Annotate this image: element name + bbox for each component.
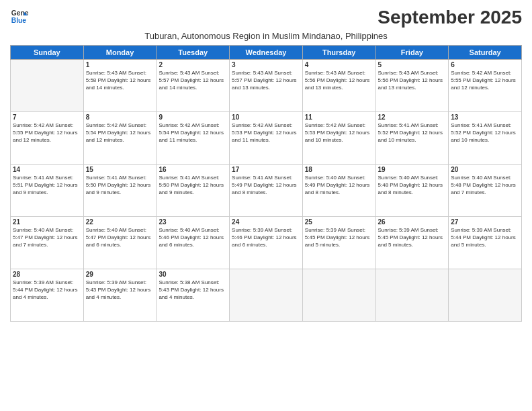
day-number: 23 <box>159 218 227 226</box>
day-info: Sunrise: 5:43 AM Sunset: 5:56 PM Dayligh… <box>305 69 373 92</box>
cell-3-5: 18Sunrise: 5:40 AM Sunset: 5:49 PM Dayli… <box>302 165 375 217</box>
day-info: Sunrise: 5:41 AM Sunset: 5:52 PM Dayligh… <box>378 122 447 144</box>
day-info: Sunrise: 5:42 AM Sunset: 5:55 PM Dayligh… <box>13 122 81 144</box>
day-info: Sunrise: 5:39 AM Sunset: 5:45 PM Dayligh… <box>305 226 373 249</box>
day-info: Sunrise: 5:41 AM Sunset: 5:51 PM Dayligh… <box>13 174 81 197</box>
subtitle: Tuburan, Autonomous Region in Muslim Min… <box>10 31 522 41</box>
cell-5-1: 28Sunrise: 5:39 AM Sunset: 5:44 PM Dayli… <box>11 269 84 322</box>
day-number: 6 <box>451 61 519 68</box>
col-wednesday: Wednesday <box>230 46 303 60</box>
day-info: Sunrise: 5:42 AM Sunset: 5:55 PM Dayligh… <box>451 69 519 92</box>
cell-2-1: 7Sunrise: 5:42 AM Sunset: 5:55 PM Daylig… <box>11 112 84 165</box>
day-info: Sunrise: 5:39 AM Sunset: 5:46 PM Dayligh… <box>232 226 300 249</box>
month-title: September 2025 <box>378 7 522 28</box>
cell-1-3: 2Sunrise: 5:43 AM Sunset: 5:57 PM Daylig… <box>157 60 230 112</box>
week-row-2: 7Sunrise: 5:42 AM Sunset: 5:55 PM Daylig… <box>11 112 522 165</box>
col-thursday: Thursday <box>302 46 375 60</box>
day-number: 7 <box>13 113 81 121</box>
day-info: Sunrise: 5:40 AM Sunset: 5:46 PM Dayligh… <box>159 226 227 249</box>
cell-2-4: 10Sunrise: 5:42 AM Sunset: 5:53 PM Dayli… <box>230 112 303 165</box>
cell-4-1: 21Sunrise: 5:40 AM Sunset: 5:47 PM Dayli… <box>11 217 84 269</box>
day-number: 9 <box>159 113 227 121</box>
day-info: Sunrise: 5:39 AM Sunset: 5:44 PM Dayligh… <box>13 279 81 302</box>
cell-1-5: 4Sunrise: 5:43 AM Sunset: 5:56 PM Daylig… <box>302 60 375 112</box>
day-number: 21 <box>13 218 81 226</box>
day-number: 22 <box>86 218 154 226</box>
day-info: Sunrise: 5:40 AM Sunset: 5:48 PM Dayligh… <box>451 174 519 197</box>
day-info: Sunrise: 5:42 AM Sunset: 5:53 PM Dayligh… <box>305 122 373 144</box>
cell-5-6 <box>375 269 449 322</box>
cell-1-6: 5Sunrise: 5:43 AM Sunset: 5:56 PM Daylig… <box>375 60 449 112</box>
day-number: 4 <box>305 61 373 68</box>
day-info: Sunrise: 5:43 AM Sunset: 5:57 PM Dayligh… <box>232 69 300 92</box>
svg-text:Blue: Blue <box>11 17 27 24</box>
day-info: Sunrise: 5:41 AM Sunset: 5:50 PM Dayligh… <box>159 174 227 197</box>
cell-1-2: 1Sunrise: 5:43 AM Sunset: 5:58 PM Daylig… <box>83 60 157 112</box>
svg-text:General: General <box>11 9 29 17</box>
col-saturday: Saturday <box>449 46 522 60</box>
cell-4-7: 27Sunrise: 5:39 AM Sunset: 5:44 PM Dayli… <box>449 217 522 269</box>
cell-4-3: 23Sunrise: 5:40 AM Sunset: 5:46 PM Dayli… <box>157 217 230 269</box>
day-number: 3 <box>232 61 300 68</box>
cell-5-4 <box>230 269 303 322</box>
day-number: 28 <box>13 271 81 278</box>
day-number: 2 <box>159 61 227 68</box>
day-info: Sunrise: 5:43 AM Sunset: 5:56 PM Dayligh… <box>378 69 447 92</box>
cell-2-7: 13Sunrise: 5:41 AM Sunset: 5:52 PM Dayli… <box>449 112 522 165</box>
cell-2-2: 8Sunrise: 5:42 AM Sunset: 5:54 PM Daylig… <box>83 112 157 165</box>
logo: General Blue <box>10 7 29 26</box>
day-info: Sunrise: 5:40 AM Sunset: 5:47 PM Dayligh… <box>13 226 81 249</box>
logo-icon: General Blue <box>10 7 29 26</box>
col-monday: Monday <box>83 46 157 60</box>
day-number: 18 <box>305 166 373 173</box>
day-number: 17 <box>232 166 300 173</box>
cell-3-3: 16Sunrise: 5:41 AM Sunset: 5:50 PM Dayli… <box>157 165 230 217</box>
day-info: Sunrise: 5:39 AM Sunset: 5:45 PM Dayligh… <box>378 226 447 249</box>
day-info: Sunrise: 5:43 AM Sunset: 5:57 PM Dayligh… <box>159 69 227 92</box>
cell-1-4: 3Sunrise: 5:43 AM Sunset: 5:57 PM Daylig… <box>230 60 303 112</box>
cell-5-3: 30Sunrise: 5:38 AM Sunset: 5:43 PM Dayli… <box>157 269 230 322</box>
day-info: Sunrise: 5:43 AM Sunset: 5:58 PM Dayligh… <box>86 69 154 92</box>
cell-5-7 <box>449 269 522 322</box>
day-info: Sunrise: 5:40 AM Sunset: 5:47 PM Dayligh… <box>86 226 154 249</box>
week-row-5: 28Sunrise: 5:39 AM Sunset: 5:44 PM Dayli… <box>11 269 522 322</box>
cell-4-6: 26Sunrise: 5:39 AM Sunset: 5:45 PM Dayli… <box>375 217 449 269</box>
header-row: Sunday Monday Tuesday Wednesday Thursday… <box>11 46 522 60</box>
cell-3-6: 19Sunrise: 5:40 AM Sunset: 5:48 PM Dayli… <box>375 165 449 217</box>
cell-5-2: 29Sunrise: 5:39 AM Sunset: 5:43 PM Dayli… <box>83 269 157 322</box>
cell-1-1 <box>11 60 84 112</box>
day-info: Sunrise: 5:39 AM Sunset: 5:44 PM Dayligh… <box>451 226 519 249</box>
cell-3-1: 14Sunrise: 5:41 AM Sunset: 5:51 PM Dayli… <box>11 165 84 217</box>
day-info: Sunrise: 5:40 AM Sunset: 5:49 PM Dayligh… <box>305 174 373 197</box>
day-number: 12 <box>378 113 447 121</box>
day-info: Sunrise: 5:39 AM Sunset: 5:43 PM Dayligh… <box>86 279 154 302</box>
day-info: Sunrise: 5:41 AM Sunset: 5:49 PM Dayligh… <box>232 174 300 197</box>
day-info: Sunrise: 5:38 AM Sunset: 5:43 PM Dayligh… <box>159 279 227 302</box>
cell-4-5: 25Sunrise: 5:39 AM Sunset: 5:45 PM Dayli… <box>302 217 375 269</box>
cell-2-5: 11Sunrise: 5:42 AM Sunset: 5:53 PM Dayli… <box>302 112 375 165</box>
day-number: 5 <box>378 61 447 68</box>
day-number: 26 <box>378 218 447 226</box>
week-row-1: 1Sunrise: 5:43 AM Sunset: 5:58 PM Daylig… <box>11 60 522 112</box>
week-row-4: 21Sunrise: 5:40 AM Sunset: 5:47 PM Dayli… <box>11 217 522 269</box>
day-info: Sunrise: 5:42 AM Sunset: 5:54 PM Dayligh… <box>86 122 154 144</box>
day-info: Sunrise: 5:42 AM Sunset: 5:54 PM Dayligh… <box>159 122 227 144</box>
day-number: 10 <box>232 113 300 121</box>
day-number: 14 <box>13 166 81 173</box>
day-info: Sunrise: 5:41 AM Sunset: 5:52 PM Dayligh… <box>451 122 519 144</box>
week-row-3: 14Sunrise: 5:41 AM Sunset: 5:51 PM Dayli… <box>11 165 522 217</box>
title-block: September 2025 <box>378 7 522 28</box>
day-number: 1 <box>86 61 154 68</box>
header: General Blue September 2025 <box>10 7 522 28</box>
day-number: 25 <box>305 218 373 226</box>
day-info: Sunrise: 5:41 AM Sunset: 5:50 PM Dayligh… <box>86 174 154 197</box>
day-number: 24 <box>232 218 300 226</box>
day-number: 13 <box>451 113 519 121</box>
col-friday: Friday <box>375 46 449 60</box>
day-number: 15 <box>86 166 154 173</box>
cell-3-2: 15Sunrise: 5:41 AM Sunset: 5:50 PM Dayli… <box>83 165 157 217</box>
day-number: 30 <box>159 271 227 278</box>
cell-1-7: 6Sunrise: 5:42 AM Sunset: 5:55 PM Daylig… <box>449 60 522 112</box>
day-info: Sunrise: 5:40 AM Sunset: 5:48 PM Dayligh… <box>378 174 447 197</box>
day-number: 16 <box>159 166 227 173</box>
